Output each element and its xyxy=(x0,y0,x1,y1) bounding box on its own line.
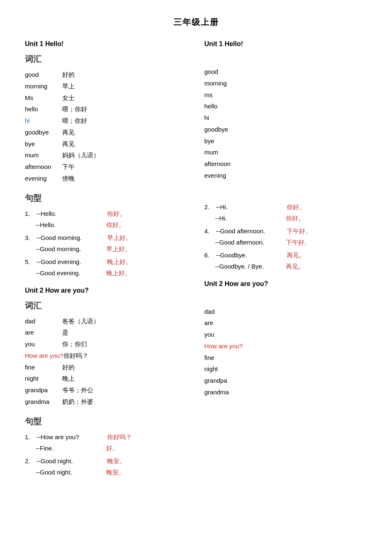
vocab-en: Ms xyxy=(25,92,62,104)
sentence-num: 4. xyxy=(205,225,212,237)
right-unit2-vocab-list: dad are you How are you? fine night gran… xyxy=(205,306,368,398)
sentence-num: 2. xyxy=(25,455,32,467)
sentence-en: --Goodbye. xyxy=(216,249,282,261)
vocab-zh: 你；你们 xyxy=(62,338,87,350)
list-item: morning 早上 xyxy=(25,81,188,92)
left-unit2-vocab-list: dad 爸爸（儿语） are 是 you 你；你们 How are you? 你… xyxy=(25,315,188,408)
vocab-zh: 爸爸（儿语） xyxy=(62,315,100,327)
vocab-zh: 你好吗？ xyxy=(63,350,88,362)
spacer xyxy=(205,190,368,201)
left-unit1-vocab-list: good 好的 morning 早上 Ms 女士 hello 喂；你好 hi xyxy=(25,69,188,184)
list-item: goodbye xyxy=(205,124,368,135)
vocab-en: fine xyxy=(25,362,62,373)
sentence-line: 1. --How are you? 你好吗？ xyxy=(25,431,188,443)
sentence-zh: 晚上好。 xyxy=(107,256,132,267)
sentence-line: --Hello. 你好。 xyxy=(36,219,188,230)
sentence-num: 3. xyxy=(25,232,32,243)
vocab-zh: 晚上 xyxy=(62,373,75,384)
sentence-zh: 你好。 xyxy=(106,219,125,230)
sentence-line: 3. --Good morning. 早上好。 xyxy=(25,232,188,243)
vocab-en: night xyxy=(25,373,62,384)
sentence-en: --Hello. xyxy=(37,208,103,219)
vocab-zh: 喂；你好 xyxy=(62,103,87,115)
sentence-group: 4. --Good afternoon. 下午好。 --Good afterno… xyxy=(205,225,368,248)
sentence-en: --Good night. xyxy=(37,455,103,467)
list-item: ms xyxy=(205,89,368,101)
list-item: How are you? 你好吗？ xyxy=(25,350,188,362)
list-item: are 是 xyxy=(25,327,188,338)
list-item: goodbye 再见 xyxy=(25,127,188,138)
vocab-zh: 奶奶；外婆 xyxy=(62,396,93,408)
left-unit2-sentences-title: 句型 xyxy=(25,416,188,427)
vocab-zh: 女士 xyxy=(62,92,75,104)
sentence-group: 1. --Hello. 你好。 --Hello. 你好。 xyxy=(25,208,188,230)
sentence-en: --Hi. xyxy=(216,201,282,213)
left-unit2: Unit 2 How are you? 词汇 dad 爸爸（儿语） are 是 … xyxy=(25,287,188,478)
sentence-en: --Good night. xyxy=(36,467,102,478)
list-item: hi 喂；你好 xyxy=(25,115,188,127)
sentence-en: --Goodbye. / Bye. xyxy=(215,261,282,272)
vocab-zh: 傍晚 xyxy=(62,173,75,184)
vocab-en: grandma xyxy=(25,396,62,408)
list-item: mum 妈妈（儿语） xyxy=(25,149,188,161)
sentence-group: 2. --Hi. 你好。 --Hi. 你好。 xyxy=(205,201,368,224)
list-item: afternoon xyxy=(205,158,368,170)
sentence-zh: 下午好。 xyxy=(286,237,311,248)
left-unit2-title: Unit 2 How are you? xyxy=(25,287,188,294)
sentence-group: 1. --How are you? 你好吗？ --Fine. 好。 xyxy=(25,431,188,454)
sentence-en: --Hello. xyxy=(36,219,102,230)
vocab-en: mum xyxy=(25,149,62,161)
sentence-num: 6. xyxy=(205,249,212,261)
sentence-group: 5. --Good evening. 晚上好。 --Good evening. … xyxy=(25,256,188,279)
sentence-en: --Good evening. xyxy=(36,267,102,279)
vocab-en: dad xyxy=(25,315,62,327)
vocab-en: good xyxy=(25,69,62,81)
list-item: you xyxy=(205,329,368,340)
sentence-zh: 晚安。 xyxy=(106,467,125,478)
list-item: fine 好的 xyxy=(25,362,188,373)
list-item: bye xyxy=(205,135,368,147)
sentence-zh: 下午好。 xyxy=(287,225,312,237)
sentence-num: 2. xyxy=(205,201,212,213)
sentence-en: --Fine. xyxy=(36,443,102,454)
sentence-line: --Good evening. 晚上好。 xyxy=(36,267,188,279)
list-item: hello xyxy=(205,100,368,112)
list-item: grandma 奶奶；外婆 xyxy=(25,396,188,408)
left-unit2-vocab-title: 词汇 xyxy=(25,300,188,311)
list-item: evening xyxy=(205,170,368,181)
left-column: Unit 1 Hello! 词汇 good 好的 morning 早上 Ms 女… xyxy=(25,40,196,486)
sentence-line: 6. --Goodbye. 再见。 xyxy=(205,249,368,261)
list-item: grandpa xyxy=(205,375,368,386)
vocab-en: evening xyxy=(25,173,62,184)
sentence-zh: 好。 xyxy=(106,443,119,454)
right-unit1-vocab-list: good morning ms hello hi goodbye bye mum… xyxy=(205,66,368,181)
sentence-en: --Good afternoon. xyxy=(215,237,282,248)
right-unit1-spacer xyxy=(205,54,368,62)
vocab-en: goodbye xyxy=(25,127,62,138)
sentence-line: --Goodbye. / Bye. 再见。 xyxy=(215,261,368,272)
sentence-line: 4. --Good afternoon. 下午好。 xyxy=(205,225,368,237)
vocab-zh: 下午 xyxy=(62,161,75,173)
sentence-line: 1. --Hello. 你好。 xyxy=(25,208,188,219)
list-item: evening 傍晚 xyxy=(25,173,188,184)
left-unit1-sentences-title: 句型 xyxy=(25,193,188,204)
right-unit1-title: Unit 1 Hello! xyxy=(205,40,368,48)
right-column: Unit 1 Hello! good morning ms hello hi g… xyxy=(196,40,368,486)
sentence-zh: 你好。 xyxy=(286,213,304,224)
page-title: 三年级上册 xyxy=(25,17,367,28)
vocab-en: hello xyxy=(25,103,62,115)
sentence-en: --Good evening. xyxy=(37,256,103,267)
sentence-zh: 晚安。 xyxy=(107,455,126,467)
vocab-zh: 妈妈（儿语） xyxy=(62,149,100,161)
sentence-zh: 你好。 xyxy=(107,208,126,219)
list-item: dad 爸爸（儿语） xyxy=(25,315,188,327)
left-unit2-sentences-list: 1. --How are you? 你好吗？ --Fine. 好。 2. --G… xyxy=(25,431,188,478)
left-unit1-vocab-title: 词汇 xyxy=(25,54,188,65)
vocab-en: morning xyxy=(25,81,62,92)
sentence-en: --Good afternoon. xyxy=(216,225,282,237)
sentence-line: --Good morning. 早上好。 xyxy=(36,243,188,254)
list-item: afternoon 下午 xyxy=(25,161,188,173)
sentence-line: 2. --Hi. 你好。 xyxy=(205,201,368,213)
sentence-zh: 再见。 xyxy=(287,249,305,261)
list-item: mum xyxy=(205,147,368,158)
